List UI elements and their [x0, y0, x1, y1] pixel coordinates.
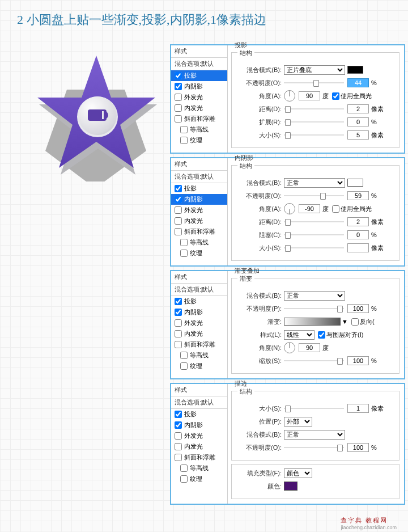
style-inner-shadow[interactable]: 内阴影 [171, 194, 227, 205]
style-ig3[interactable]: 内发光 [171, 328, 227, 339]
input-size2[interactable] [347, 243, 369, 252]
style-drop-shadow[interactable]: 投影 [171, 70, 227, 81]
ctx3[interactable] [180, 362, 188, 370]
check-contour[interactable] [180, 126, 188, 133]
blend-default2[interactable]: 混合选项:默认 [171, 171, 227, 183]
slider-distance[interactable] [284, 105, 344, 113]
cig4[interactable] [175, 443, 182, 450]
slider-scale[interactable] [284, 357, 344, 365]
slider-op2[interactable] [284, 192, 344, 200]
check-global-light[interactable]: 使用全局光 [332, 92, 372, 100]
cbe4[interactable] [175, 454, 182, 461]
input-opacity2[interactable] [347, 191, 369, 200]
style-ds3[interactable]: 投影 [171, 296, 227, 307]
check-be2[interactable] [175, 228, 182, 235]
style-is4[interactable]: 内阴影 [171, 420, 227, 430]
style-og4[interactable]: 外发光 [171, 430, 227, 441]
style-bevel-emboss[interactable]: 斜面和浮雕 [171, 226, 227, 237]
cct3[interactable] [180, 352, 188, 359]
angle-knob2[interactable] [284, 203, 295, 214]
check-inner-shadow2[interactable] [175, 196, 182, 203]
ctx4[interactable] [180, 475, 188, 483]
select-blend-mode2[interactable]: 正常 [284, 178, 345, 188]
check-ig2[interactable] [175, 217, 182, 225]
input-op4[interactable] [347, 443, 369, 452]
gradient-swatch[interactable] [284, 318, 341, 326]
input-angle[interactable] [299, 91, 320, 100]
stroke-color-swatch[interactable] [284, 482, 298, 491]
style-inner-shadow[interactable]: 内阴影 [171, 81, 227, 92]
cds4[interactable] [175, 411, 182, 418]
slider-op4[interactable] [284, 444, 344, 451]
input-opacity[interactable] [347, 78, 369, 87]
check-outer-glow[interactable] [175, 94, 182, 101]
style-outer-glow[interactable]: 外发光 [171, 92, 227, 103]
input-size4[interactable] [347, 404, 369, 413]
color-swatch2[interactable] [347, 179, 363, 187]
input-distance2[interactable] [347, 217, 369, 226]
select-bm3[interactable]: 正常 [284, 291, 345, 301]
style-inner-glow[interactable]: 内发光 [171, 216, 227, 226]
select-fill-type[interactable]: 颜色 [284, 468, 312, 478]
check-global2[interactable]: 使用全局光 [332, 205, 372, 213]
slider-op3[interactable] [284, 305, 344, 313]
bd3[interactable]: 混合选项:默认 [171, 284, 227, 296]
style-be3[interactable]: 斜面和浮雕 [171, 339, 227, 350]
style-og3[interactable]: 外发光 [171, 318, 227, 328]
slider-dist2[interactable] [284, 218, 344, 226]
cbe3[interactable] [175, 341, 182, 348]
slider-sz2[interactable] [284, 244, 344, 252]
style-ct4[interactable]: 等高线 [171, 463, 227, 474]
select-style[interactable]: 线性 [284, 330, 314, 340]
style-ct3[interactable]: 等高线 [171, 350, 227, 361]
check-reverse[interactable]: 反向( [351, 318, 375, 326]
input-angle3[interactable] [299, 343, 320, 352]
input-size[interactable] [347, 130, 369, 140]
slider-sz4[interactable] [284, 404, 344, 412]
style-outer-glow[interactable]: 外发光 [171, 205, 227, 216]
select-bm4[interactable]: 正常 [284, 430, 345, 440]
check-drop-shadow2[interactable] [175, 185, 182, 192]
select-position[interactable]: 外部 [284, 417, 312, 427]
cis4[interactable] [175, 421, 182, 429]
color-swatch[interactable] [347, 66, 363, 74]
cds3[interactable] [175, 298, 182, 305]
cis3[interactable] [175, 309, 182, 316]
slider-choke[interactable] [284, 231, 344, 239]
style-contour[interactable]: 等高线 [171, 124, 227, 135]
style-bevel-emboss[interactable]: 斜面和浮雕 [171, 113, 227, 124]
check-inner-glow[interactable] [175, 104, 182, 112]
style-texture[interactable]: 纹理 [171, 248, 227, 259]
input-spread[interactable] [347, 117, 369, 126]
check-align-layer[interactable]: 与图层对齐(I) [318, 331, 363, 339]
cct4[interactable] [180, 465, 188, 472]
angle-knob[interactable] [284, 90, 295, 102]
input-distance[interactable] [347, 104, 369, 113]
check-tx2[interactable] [180, 250, 188, 257]
input-scale[interactable] [347, 356, 369, 365]
style-contour[interactable]: 等高线 [171, 237, 227, 248]
style-tx3[interactable]: 纹理 [171, 361, 227, 371]
slider-spread[interactable] [284, 118, 344, 126]
style-be4[interactable]: 斜面和浮雕 [171, 452, 227, 463]
style-tx4[interactable]: 纹理 [171, 474, 227, 484]
style-ig4[interactable]: 内发光 [171, 441, 227, 452]
input-choke[interactable] [347, 230, 369, 239]
style-drop-shadow[interactable]: 投影 [171, 183, 227, 194]
input-op3[interactable] [347, 304, 369, 313]
style-texture[interactable]: 纹理 [171, 135, 227, 146]
angle-knob3[interactable] [284, 342, 295, 353]
style-inner-glow[interactable]: 内发光 [171, 103, 227, 113]
check-ct2[interactable] [180, 239, 188, 246]
cog3[interactable] [175, 319, 182, 327]
bd4[interactable]: 混合选项:默认 [171, 396, 227, 409]
slider-opacity[interactable] [284, 79, 344, 87]
input-angle2[interactable] [299, 204, 320, 213]
select-blend-mode[interactable]: 正片叠底 [284, 65, 345, 75]
check-bevel[interactable] [175, 115, 182, 123]
cog4[interactable] [175, 432, 182, 440]
blend-options-default[interactable]: 混合选项:默认 [171, 58, 227, 70]
check-drop-shadow[interactable] [175, 72, 182, 79]
check-texture[interactable] [180, 137, 188, 144]
slider-size[interactable] [284, 131, 344, 139]
